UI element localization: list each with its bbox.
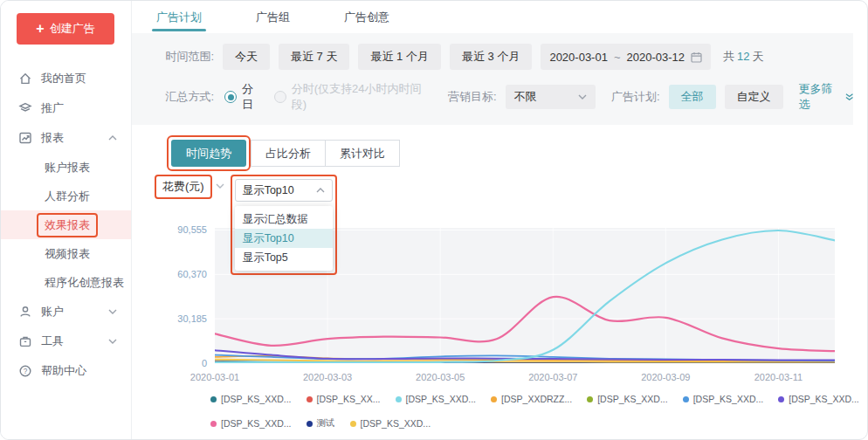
annotation-box-time-trend: 时间趋势 (167, 135, 251, 171)
more-filters-link[interactable]: 更多筛选 (799, 81, 854, 113)
annotation-box-effect-report: 效果报表 (37, 213, 98, 237)
legend-label: [DSP_KS_XXD... (221, 418, 292, 429)
sidebar-menu: 我的首页 推广 报表 账户报表 人群分析 效果报表 (1, 64, 131, 386)
legend-item-5[interactable]: [DSP_KS_XXD... (683, 394, 764, 404)
sidebar-subitem-label: 程序化创意报表 (45, 275, 124, 291)
more-filters-label: 更多筛选 (799, 81, 842, 113)
sidebar-item-tools[interactable]: 工具 (1, 327, 131, 356)
sidebar-item-promote[interactable]: 推广 (1, 93, 131, 123)
entity-tabs: 广告计划 广告组 广告创意 (132, 1, 853, 33)
view-tab-cumulative[interactable]: 累计对比 (325, 140, 400, 167)
sidebar-item-label: 帮助中心 (41, 363, 86, 379)
main-content: 广告计划 广告组 广告创意 时间范围: 今天 最近 7 天 最近 1 个月 最近… (132, 1, 867, 439)
chevron-down-icon (216, 183, 224, 189)
legend-dot (350, 421, 356, 427)
series-line-7 (215, 297, 835, 351)
toolbox-icon (18, 334, 32, 348)
plus-icon: + (36, 22, 44, 36)
view-tab-time-trend[interactable]: 时间趋势 (171, 140, 246, 167)
legend-item-3[interactable]: [DSP_XXDRZZ... (491, 394, 572, 404)
sidebar-item-label: 报表 (41, 130, 64, 146)
user-icon (18, 305, 32, 319)
date-separator: ~ (614, 51, 621, 64)
sidebar-subitem-effect-report[interactable]: 效果报表 (1, 210, 131, 239)
x-tick-label: 2020-03-11 (754, 372, 803, 382)
radio-hourly[interactable] (274, 91, 286, 103)
chevron-up-icon (316, 188, 325, 193)
svg-text:?: ? (24, 368, 28, 375)
chart-legend-row-2: [DSP_KS_XXD...测试[DSP_KS_XXD... (210, 417, 445, 430)
legend-item-0[interactable]: [DSP_KS_XXD... (210, 394, 292, 404)
legend-label: [DSP_KS_XXD... (221, 394, 292, 404)
sidebar-subitem-label: 账户报表 (45, 160, 90, 175)
chevron-down-icon (108, 339, 117, 344)
radio-hourly-label: 分时(仅支持24小时内时间段) (292, 81, 429, 113)
legend-item-2[interactable]: [DSP_KS_XXD... (396, 394, 477, 404)
metric-select[interactable]: 花费(元) (162, 180, 204, 193)
legend-item-4[interactable]: [DSP_KS_XXD... (587, 394, 668, 404)
report-chart-icon (18, 131, 32, 145)
chevron-up-icon (108, 135, 117, 141)
annotation-box-metric: 花费(元) (155, 175, 212, 199)
legend-dot (683, 396, 689, 402)
marketing-goal-label: 营销目标: (448, 89, 497, 105)
home-icon (18, 72, 32, 86)
sidebar-item-help[interactable]: ? 帮助中心 (1, 356, 131, 386)
tab-ad-plan[interactable]: 广告计划 (156, 1, 202, 33)
create-ad-button[interactable]: + 创建广告 (17, 13, 114, 45)
y-tick-label: 30,185 (132, 313, 207, 324)
top-selector-value: 显示Top10 (243, 183, 294, 198)
legend-label: [DSP_KS_XXD... (406, 394, 477, 404)
sidebar-subitem-programmatic-creative-report[interactable]: 程序化创意报表 (1, 268, 131, 297)
ad-plan-all-button[interactable]: 全部 (669, 85, 716, 109)
tab-ad-creative[interactable]: 广告创意 (344, 1, 389, 33)
radio-daily[interactable] (224, 91, 237, 103)
legend-label: [DSP_KS_XXD... (693, 394, 764, 404)
legend-dot (307, 396, 313, 402)
sidebar-subitem-account-report[interactable]: 账户报表 (1, 153, 131, 182)
dropdown-option-summary[interactable]: 显示汇总数据 (235, 210, 333, 229)
date-end: 2020-03-12 (627, 51, 685, 64)
legend-dot (778, 396, 784, 402)
marketing-goal-select[interactable]: 不限 (506, 85, 596, 109)
top-selector-dropdown: 显示汇总数据 显示Top10 显示Top5 (235, 206, 333, 271)
x-tick-label: 2020-03-05 (416, 372, 465, 382)
tab-ad-group[interactable]: 广告组 (256, 1, 290, 33)
sidebar-item-reports[interactable]: 报表 (1, 123, 131, 153)
view-tab-proportion[interactable]: 占比分析 (251, 140, 326, 167)
sidebar-subitem-audience-analysis[interactable]: 人群分析 (1, 182, 131, 210)
legend-dot (491, 396, 497, 402)
legend-label: [DSP_KS_XXD... (789, 394, 859, 404)
sidebar-item-account[interactable]: 账户 (1, 297, 131, 327)
top-selector-trigger[interactable]: 显示Top10 (235, 179, 333, 202)
quick-range-7days[interactable]: 最近 7 天 (279, 44, 349, 70)
quick-range-today[interactable]: 今天 (223, 44, 270, 70)
filter-row-time: 时间范围: 今天 最近 7 天 最近 1 个月 最近 3 个月 2020-03-… (132, 44, 853, 70)
date-range-picker[interactable]: 2020-03-01 ~ 2020-03-12 (541, 44, 711, 70)
ad-plan-custom-button[interactable]: 自定义 (725, 85, 783, 109)
legend-item-8[interactable]: 测试 (307, 417, 335, 430)
filter-row-summary: 汇总方式: 分日 分时(仅支持24小时内时间段) 营销目标: 不限 广告计划: … (132, 81, 853, 113)
legend-item-9[interactable]: [DSP_KS_XXD... (350, 418, 431, 429)
time-range-label: 时间范围: (144, 49, 214, 65)
legend-dot (210, 421, 217, 427)
app-window: + 创建广告 我的首页 推广 报表 账户报表 人群分析 (0, 0, 868, 440)
sidebar-subitem-video-report[interactable]: 视频报表 (1, 239, 131, 268)
dropdown-option-top5[interactable]: 显示Top5 (235, 248, 333, 267)
legend-label: [DSP_KS_XX... (317, 394, 381, 404)
quick-range-1month[interactable]: 最近 1 个月 (358, 44, 440, 70)
sidebar-subitem-label: 效果报表 (45, 218, 90, 231)
sidebar-item-home[interactable]: 我的首页 (1, 64, 131, 93)
quick-range-3months[interactable]: 最近 3 个月 (450, 44, 532, 70)
chart-legend-row-1: [DSP_KS_XXD...[DSP_KS_XX...[DSP_KS_XXD..… (210, 394, 868, 404)
dropdown-option-top10[interactable]: 显示Top10 (235, 229, 333, 248)
x-tick-label: 2020-03-07 (528, 372, 577, 382)
legend-item-1[interactable]: [DSP_KS_XX... (307, 394, 381, 404)
sidebar-item-label: 推广 (41, 100, 64, 116)
legend-item-7[interactable]: [DSP_KS_XXD... (210, 418, 292, 429)
legend-label: [DSP_KS_XXD... (361, 418, 431, 429)
legend-item-6[interactable]: [DSP_KS_XXD... (778, 394, 859, 404)
help-icon: ? (18, 364, 32, 378)
create-ad-label: 创建广告 (50, 21, 95, 37)
filter-panel: 时间范围: 今天 最近 7 天 最近 1 个月 最近 3 个月 2020-03-… (132, 33, 853, 125)
